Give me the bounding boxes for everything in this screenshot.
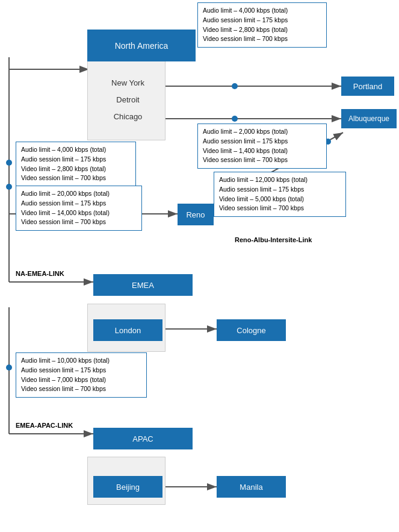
reno-albu-link-label: Reno-Albu-Intersite-Link: [235, 236, 312, 243]
info-na-left: Audio limit – 4,000 kbps (total) Audio s…: [16, 142, 136, 187]
manila-node: Manila: [217, 476, 286, 498]
info-emea-apac: Audio limit – 10,000 kbps (total) Audio …: [16, 352, 147, 398]
new-york-label: New York: [93, 78, 162, 87]
beijing-node: Beijing: [93, 476, 162, 498]
info-top-right: Audio limit – 4,000 kbps (total) Audio s…: [197, 2, 327, 48]
chicago-label: Chicago: [93, 112, 162, 121]
svg-point-10: [6, 160, 12, 166]
svg-point-7: [232, 116, 238, 122]
apac-node: APAC: [93, 428, 193, 449]
svg-point-9: [6, 184, 12, 190]
info-reno-right: Audio limit – 12,000 kbps (total) Audio …: [214, 172, 346, 217]
london-node: London: [93, 319, 162, 341]
emea-apac-link-label: EMEA-APAC-LINK: [16, 422, 73, 429]
na-emea-link-label: NA-EMEA-LINK: [16, 270, 64, 277]
cologne-node: Cologne: [217, 319, 286, 341]
svg-point-17: [6, 365, 12, 371]
reno-node: Reno: [178, 204, 214, 225]
svg-point-5: [232, 83, 238, 89]
albuquerque-node: Albuquerque: [341, 109, 397, 128]
info-reno-top: Audio limit – 2,000 kbps (total) Audio s…: [197, 124, 327, 169]
info-na-emea: Audio limit – 20,000 kbps (total) Audio …: [16, 186, 142, 231]
emea-node: EMEA: [93, 274, 193, 296]
portland-node: Portland: [341, 77, 394, 96]
network-diagram: North America New York Detroit Chicago P…: [0, 0, 399, 532]
detroit-label: Detroit: [93, 95, 162, 104]
north-america-node: North America: [87, 30, 196, 61]
